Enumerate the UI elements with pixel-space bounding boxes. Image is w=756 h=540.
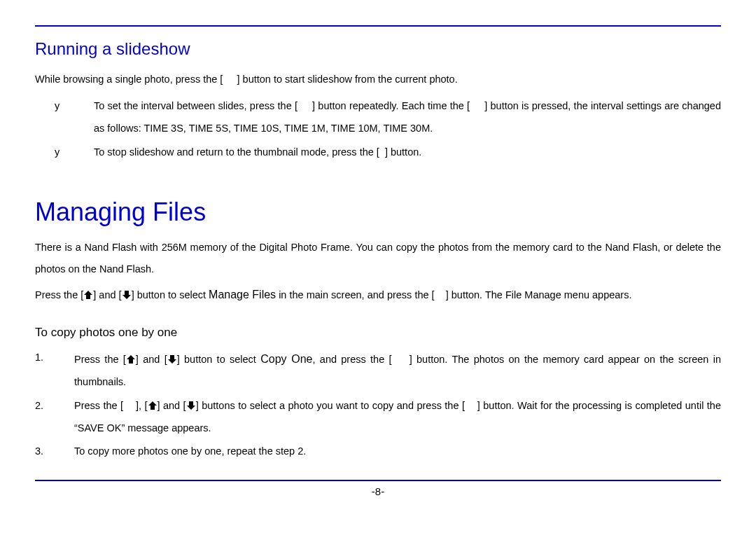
slideshow-intro: While browsing a single photo, press the…: [35, 69, 721, 91]
text: While browsing a single photo, press the…: [35, 74, 223, 85]
manage-files-label: Manage Files: [209, 289, 276, 300]
arrow-down-icon: [122, 290, 132, 300]
step-text: Press the [ ], [] and [] buttons to sele…: [74, 395, 721, 440]
step-row: 3. To copy more photos one by one, repea…: [35, 441, 721, 463]
text: ] button. The File Manage menu appears.: [446, 289, 632, 300]
text: Press the [: [74, 400, 123, 411]
step-row: 2. Press the [ ], [] and [] buttons to s…: [35, 395, 721, 440]
text: To copy more photos one by one, repeat t…: [74, 445, 306, 457]
copy-steps: 1. Press the [] and [] button to select …: [35, 347, 721, 464]
arrow-up-icon: [126, 354, 136, 364]
bullet-marker: y: [55, 95, 94, 140]
bullet-text: To set the interval between slides, pres…: [94, 95, 721, 140]
managing-intro1: There is a Nand Flash with 256M memory o…: [35, 237, 721, 282]
text: ] buttons to select a photo you want to …: [196, 400, 465, 411]
section-heading-slideshow: Running a slideshow: [35, 39, 721, 59]
step-text: Press the [] and [] button to select Cop…: [74, 347, 721, 394]
bullet-text: To stop slideshow and return to the thum…: [94, 141, 721, 164]
text: , and press the [: [313, 354, 392, 365]
text: Press the [: [35, 289, 83, 300]
step-number: 3.: [35, 441, 74, 463]
text: ] and [: [93, 289, 121, 300]
text: ] button.: [385, 146, 421, 158]
step-number: 2.: [35, 395, 74, 440]
arrow-up-icon: [148, 401, 158, 410]
arrow-down-icon: [186, 401, 196, 410]
text: To stop slideshow and return to the thum…: [94, 146, 379, 158]
slideshow-bullets: y To set the interval between slides, pr…: [55, 95, 721, 164]
text: To set the interval between slides, pres…: [94, 100, 298, 111]
subheading-copy-one: To copy photos one by one: [35, 326, 721, 340]
section-heading-managing-files: Managing Files: [35, 198, 721, 227]
bullet-item: y To stop slideshow and return to the th…: [55, 141, 721, 164]
text: ] button to select: [132, 289, 209, 300]
step-number: 1.: [35, 347, 74, 394]
arrow-down-icon: [167, 354, 177, 364]
bullet-item: y To set the interval between slides, pr…: [55, 95, 721, 140]
copy-one-label: Copy One: [260, 353, 312, 365]
text: in the main screen, and press the [: [276, 289, 435, 300]
step-row: 1. Press the [] and [] button to select …: [35, 347, 721, 394]
text: ] and [: [158, 400, 186, 411]
text: Press the [: [74, 354, 126, 365]
managing-intro2: Press the [] and [] button to select Man…: [35, 282, 721, 307]
text: ] and [: [136, 354, 167, 365]
top-rule: [35, 25, 721, 27]
text: ] button repeatedly. Each time the [: [312, 100, 470, 111]
page-number: -8-: [35, 485, 721, 497]
step-text: To copy more photos one by one, repeat t…: [74, 441, 721, 463]
text: ] button to select: [177, 354, 261, 365]
text: ], [: [136, 400, 148, 411]
bottom-rule: [35, 480, 721, 481]
text: ] button to start slideshow from the cur…: [237, 74, 458, 85]
bullet-marker: y: [55, 141, 94, 164]
arrow-up-icon: [83, 290, 93, 300]
